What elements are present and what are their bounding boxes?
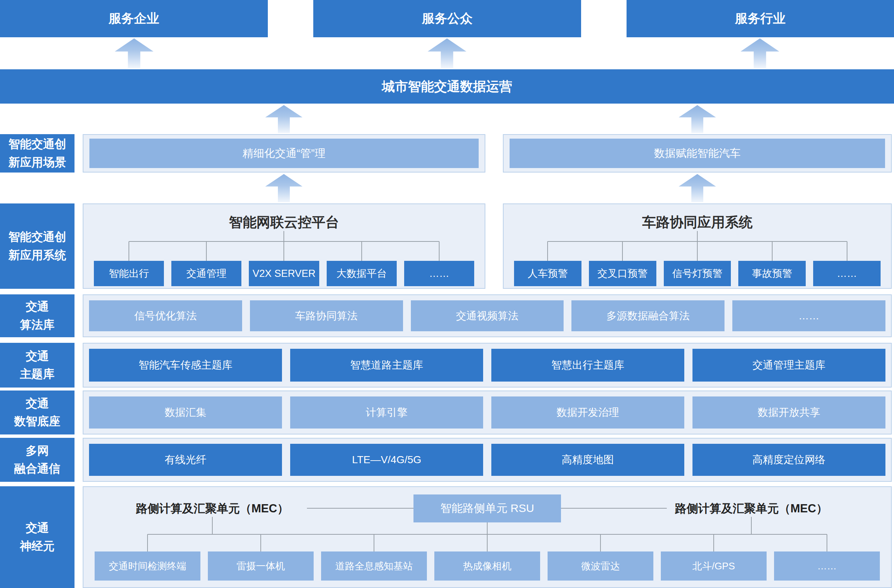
architecture-diagram: 服务企业 服务公众 服务行业 城市智能交通数据运营 智能交通创 新应用场景 精细…	[0, 0, 894, 588]
foundation-item: 计算引擎	[290, 396, 483, 429]
foundation-panel: 数据汇集 计算引擎 数据开发治理 数据开放共享	[83, 390, 892, 434]
sidebar-label-neurons: 交通 神经元	[0, 486, 74, 588]
foundation-item: 数据开发治理	[491, 396, 684, 429]
neuron-children: 交通时间检测终端 雷摄一体机 道路全息感知基站 热成像相机 微波雷达 北斗/GP…	[95, 552, 880, 580]
system-child: 交通管理	[171, 261, 242, 286]
sidebar-label-algorithms: 交通 算法库	[0, 294, 74, 337]
themes-items: 智能汽车传感主题库 智慧道路主题库 智慧出行主题库 交通管理主题库	[83, 343, 891, 387]
sidebar-line: 交通	[26, 347, 49, 365]
sidebar-line: 新应用系统	[9, 246, 66, 264]
algorithms-items: 信号优化算法 车路协同算法 交通视频算法 多源数据融合算法 ……	[83, 295, 891, 337]
foundation-items: 数据汇集 计算引擎 数据开发治理 数据开放共享	[83, 391, 891, 434]
algorithm-item: 多源数据融合算法	[571, 300, 725, 331]
up-arrow-icon	[740, 38, 779, 68]
sidebar-line: 交通	[26, 519, 49, 537]
neuron-child: 交通时间检测终端	[95, 552, 201, 580]
neuron-child: 北斗/GPS	[661, 552, 767, 580]
sidebar-label-scenes: 智能交通创 新应用场景	[0, 134, 74, 172]
scene-bar: 数据赋能智能汽车	[510, 139, 885, 168]
sidebar-line: 数智底座	[14, 413, 60, 430]
scene-panel-left: 精细化交通“管”理	[83, 134, 485, 172]
system-child: 智能出行	[94, 261, 164, 286]
system-child: 人车预警	[514, 261, 581, 286]
foundation-item: 数据汇集	[89, 396, 282, 429]
system-child: 交叉口预警	[589, 261, 656, 286]
neuron-child: 热成像相机	[434, 552, 540, 580]
system-child: 事故预警	[738, 261, 806, 286]
neurons-panel: 路侧计算及汇聚单元（MEC） 智能路侧单元 RSU 路侧计算及汇聚单元（MEC）…	[83, 486, 892, 588]
scene-bar-label: 数据赋能智能汽车	[654, 146, 740, 161]
system-panel-title: 车路协同应用系统	[504, 213, 891, 232]
sidebar-line: 新应用场景	[9, 154, 66, 171]
service-box-label: 服务公众	[422, 10, 473, 27]
scene-panel-right: 数据赋能智能汽车	[503, 134, 892, 172]
network-item: LTE—V/4G/5G	[290, 444, 483, 476]
sidebar-line: 神经元	[20, 537, 55, 555]
algorithm-item: 车路协同算法	[250, 300, 403, 331]
network-items: 有线光纤 LTE—V/4G/5G 高精度地图 高精度定位网络	[83, 438, 891, 481]
up-arrow-icon	[679, 105, 716, 133]
network-item: 有线光纤	[89, 444, 282, 476]
system-panel-v2x: 车路协同应用系统 人车预警 交叉口预警 信号灯预警 事故预警 ……	[503, 204, 892, 289]
themes-panel: 智能汽车传感主题库 智慧道路主题库 智慧出行主题库 交通管理主题库	[83, 343, 892, 387]
neuron-child: 微波雷达	[548, 552, 653, 580]
sidebar-line: 主题库	[20, 365, 55, 383]
algorithm-item: ……	[732, 300, 885, 331]
service-box-label: 服务企业	[109, 10, 159, 27]
system-panel-title: 智能网联云控平台	[83, 213, 485, 232]
system-child: V2X SERVER	[249, 261, 319, 286]
system-child: 信号灯预警	[664, 261, 731, 286]
system-panel-cloud-control: 智能网联云控平台 智能出行 交通管理 V2X SERVER 大数据平台 ……	[83, 204, 485, 289]
rsu-box: 智能路侧单元 RSU	[414, 494, 561, 522]
neuron-child: ……	[774, 552, 880, 580]
algorithm-item: 交通视频算法	[411, 300, 564, 331]
sidebar-line: 算法库	[20, 316, 55, 334]
operations-bar: 城市智能交通数据运营	[0, 69, 894, 104]
up-arrow-icon	[265, 174, 302, 203]
sidebar-label-network: 多网 融合通信	[0, 438, 74, 482]
up-arrow-icon	[427, 38, 467, 68]
algorithms-panel: 信号优化算法 车路协同算法 交通视频算法 多源数据融合算法 ……	[83, 294, 892, 337]
mec-right-label: 路侧计算及汇聚单元（MEC）	[640, 500, 863, 517]
sidebar-line: 交通	[26, 395, 49, 413]
theme-item: 智能汽车传感主题库	[89, 349, 282, 382]
scene-bar-label: 精细化交通“管”理	[243, 146, 325, 161]
operations-bar-label: 城市智能交通数据运营	[382, 78, 512, 95]
system-child: ……	[813, 261, 880, 286]
network-panel: 有线光纤 LTE—V/4G/5G 高精度地图 高精度定位网络	[83, 438, 892, 482]
service-box-enterprise: 服务企业	[0, 0, 268, 37]
service-box-public: 服务公众	[313, 0, 581, 37]
theme-item: 智慧出行主题库	[491, 349, 684, 382]
up-arrow-icon	[679, 174, 716, 203]
sidebar-line: 交通	[26, 298, 49, 316]
theme-item: 交通管理主题库	[693, 349, 885, 382]
neuron-child: 雷摄一体机	[208, 552, 314, 580]
sidebar-label-foundation: 交通 数智底座	[0, 390, 74, 434]
system-children: 人车预警 交叉口预警 信号灯预警 事故预警 ……	[514, 261, 880, 286]
rsu-label: 智能路侧单元 RSU	[440, 501, 534, 516]
service-box-label: 服务行业	[735, 10, 785, 27]
up-arrow-icon	[265, 105, 302, 133]
network-item: 高精度定位网络	[693, 444, 885, 476]
sidebar-label-systems: 智能交通创 新应用系统	[0, 204, 74, 289]
sidebar-label-themes: 交通 主题库	[0, 343, 74, 387]
sidebar-line: 融合通信	[14, 460, 60, 478]
network-item: 高精度地图	[491, 444, 684, 476]
sidebar-line: 多网	[26, 442, 49, 460]
scene-bar: 精细化交通“管”理	[89, 139, 479, 168]
system-child: ……	[404, 261, 474, 286]
sidebar-line: 智能交通创	[9, 228, 66, 246]
up-arrow-icon	[115, 38, 154, 68]
theme-item: 智慧道路主题库	[290, 349, 483, 382]
system-children: 智能出行 交通管理 V2X SERVER 大数据平台 ……	[94, 261, 474, 286]
algorithm-item: 信号优化算法	[89, 300, 242, 331]
mec-left-label: 路侧计算及汇聚单元（MEC）	[101, 500, 324, 517]
service-box-industry: 服务行业	[627, 0, 894, 37]
system-child: 大数据平台	[327, 261, 397, 286]
sidebar-line: 智能交通创	[9, 135, 66, 153]
neuron-child: 道路全息感知基站	[321, 552, 427, 580]
foundation-item: 数据开放共享	[693, 396, 885, 429]
